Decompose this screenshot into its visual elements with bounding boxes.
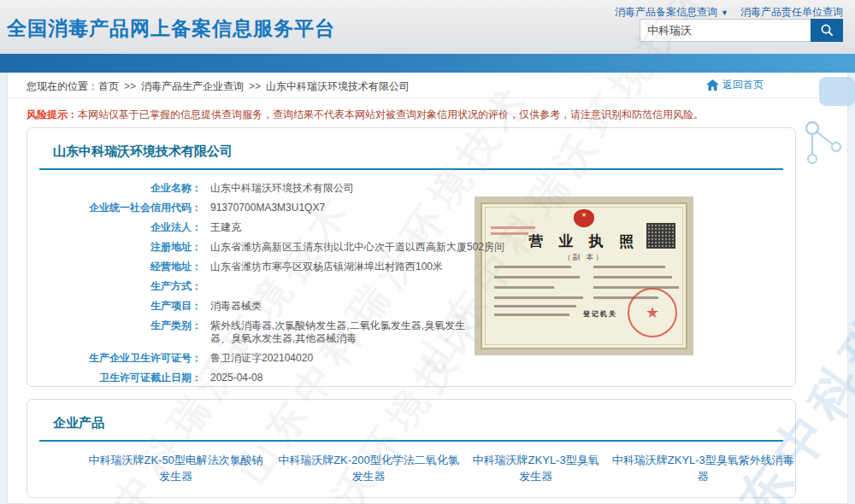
field-row-company-name: 企业名称： 山东中科瑞沃环境技术有限公司 (38, 182, 795, 195)
field-value: 消毒器械类 (210, 300, 262, 313)
field-value: 2025-04-08 (210, 372, 262, 384)
products-underline (39, 440, 783, 442)
search-icon (820, 23, 834, 38)
field-row-hygiene-license-no: 生产企业卫生许可证号： 鲁卫消证字202104020 (38, 352, 795, 365)
field-label: 经营地址： (38, 261, 202, 273)
field-label: 企业统一社会信用代码： (38, 202, 202, 214)
field-row-production-category: 生产类别： 紫外线消毒器,次氯酸钠发生器,二氧化氯发生器,臭氧发生器、臭氧水发生… (38, 319, 795, 345)
breadcrumb-link-home[interactable]: 首页 (98, 80, 119, 92)
nav-link-unit-query[interactable]: 消毒产品责任单位查询 (740, 6, 843, 18)
breadcrumb-prefix: 您现在的位置： (27, 80, 98, 92)
title-underline (39, 168, 783, 170)
product-link-zk200[interactable]: 中科瑞沃牌ZK-200型化学法二氧化氯发生器 (276, 452, 460, 484)
field-label: 生产项目： (38, 300, 202, 313)
field-value: 山东中科瑞沃环境技术有限公司 (210, 182, 354, 195)
back-home-label: 返回首页 (722, 78, 764, 92)
search-bar (640, 19, 843, 42)
field-label: 生产方式： (38, 280, 202, 293)
product-link-zkyl3-uv[interactable]: 中科瑞沃牌ZKYL-3型臭氧紫外线消毒器 (611, 452, 795, 484)
back-home-link[interactable]: 返回首页 (706, 78, 764, 92)
field-value: 紫外线消毒器,次氯酸钠发生器,二氧化氯发生器,臭氧发生器、臭氧水发生器,其他器械… (210, 319, 474, 345)
breadcrumb-row: 您现在的位置：首页>>消毒产品生产企业查询>>山东中科瑞沃环境技术有限公司 返回… (8, 73, 847, 98)
breadcrumb: 您现在的位置：首页>>消毒产品生产企业查询>>山东中科瑞沃环境技术有限公司 (27, 79, 410, 94)
top-nav: 消毒产品备案信息查询▼消毒产品责任单位查询 (615, 5, 843, 20)
field-row-license-expiry-date: 卫生许可证截止日期： 2025-04-08 (38, 372, 795, 384)
company-fields: 企业名称： 山东中科瑞沃环境技术有限公司 企业统一社会信用代码： 9137070… (38, 182, 795, 384)
field-value: 91370700MA3M3U1QX7 (210, 202, 325, 214)
field-label: 企业法人： (38, 221, 202, 234)
field-value: 鲁卫消证字202104020 (210, 352, 313, 365)
field-label: 企业名称： (38, 182, 202, 195)
breadcrumb-current: 山东中科瑞沃环境技术有限公司 (266, 80, 410, 92)
field-row-registered-address: 注册地址： 山东省潍坊高新区玉清东街以北中心次干道以西高新大厦502房间 (38, 241, 795, 254)
risk-notice-text: 本网站仅基于已掌握的信息提供查询服务，查询结果不代表本网站对被查询对象信用状况的… (78, 108, 704, 120)
field-row-business-address: 经营地址： 山东省潍坊市寒亭区双杨店镇湖淋埠出村路西100米 (38, 261, 795, 273)
field-label: 生产企业卫生许可证号： (38, 352, 202, 365)
breadcrumb-separator: >> (249, 80, 261, 92)
products-panel: 企业产品 中科瑞沃牌ZK-50型电解法次氯酸钠发生器 中科瑞沃牌ZK-200型化… (27, 399, 796, 498)
chevron-down-icon: ▼ (721, 9, 728, 17)
field-label: 卫生许可证截止日期： (38, 372, 202, 384)
field-row-production-project: 生产项目： 消毒器械类 (38, 300, 795, 313)
home-icon (706, 79, 719, 91)
field-label: 生产类别： (38, 319, 202, 345)
main-content: 您现在的位置：首页>>消毒产品生产企业查询>>山东中科瑞沃环境技术有限公司 返回… (7, 73, 848, 504)
breadcrumb-separator: >> (124, 80, 136, 92)
field-row-legal-person: 企业法人： 王建克 (38, 221, 795, 234)
search-input[interactable] (640, 19, 811, 42)
search-button[interactable] (811, 19, 843, 42)
product-list: 中科瑞沃牌ZK-50型电解法次氯酸钠发生器 中科瑞沃牌ZK-200型化学法二氧化… (84, 452, 795, 484)
nav-link-record-query[interactable]: 消毒产品备案信息查询 (615, 6, 717, 18)
breadcrumb-link-enterprise-query[interactable]: 消毒产品生产企业查询 (141, 80, 244, 92)
site-header: 全国消毒产品网上备案信息服务平台 消毒产品备案信息查询▼消毒产品责任单位查询 (0, 0, 855, 54)
header-divider-bar (0, 54, 855, 73)
company-info-panel: 山东中科瑞沃环境技术有限公司 企业名称： 山东中科瑞沃环境技术有限公司 企业统一… (27, 127, 796, 387)
risk-notice-prefix: 风险提示： (27, 108, 78, 120)
product-link-zkyl3-ozone[interactable]: 中科瑞沃牌ZKYL-3型臭氧发生器 (469, 452, 603, 484)
risk-notice: 风险提示：本网站仅基于已掌握的信息提供查询服务，查询结果不代表本网站对被查询对象… (27, 108, 828, 121)
field-row-credit-code: 企业统一社会信用代码： 91370700MA3M3U1QX7 (38, 202, 795, 214)
product-link-zk50[interactable]: 中科瑞沃牌ZK-50型电解法次氯酸钠发生器 (84, 452, 268, 484)
field-value: 山东省潍坊市寒亭区双杨店镇湖淋埠出村路西100米 (210, 261, 443, 273)
site-title: 全国消毒产品网上备案信息服务平台 (7, 15, 335, 42)
field-value: 王建克 (210, 221, 241, 234)
field-row-production-mode: 生产方式： (38, 280, 795, 293)
company-title: 山东中科瑞沃环境技术有限公司 (53, 144, 795, 160)
field-label: 注册地址： (38, 241, 202, 254)
products-title: 企业产品 (53, 415, 795, 431)
field-value: 山东省潍坊高新区玉清东街以北中心次干道以西高新大厦502房间 (210, 241, 504, 254)
